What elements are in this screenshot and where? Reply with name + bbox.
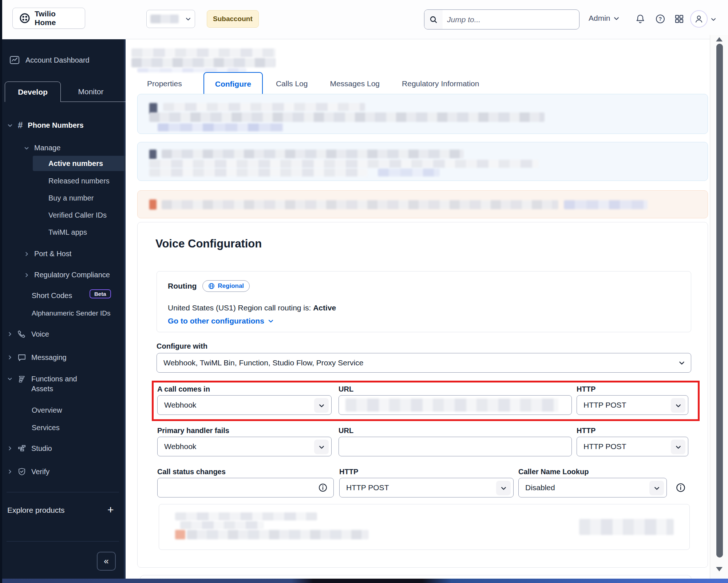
sidebar-item-overview[interactable]: Overview [32, 406, 62, 415]
sidebar-item-phone-numbers[interactable]: # Phone Numbers [7, 120, 84, 130]
sidebar-item-messaging[interactable]: Messaging [7, 353, 67, 362]
redacted-page-title [131, 48, 276, 57]
regional-badge[interactable]: Regional [202, 280, 250, 292]
sidebar-item-functions-assets[interactable]: Functions and Assets [7, 374, 90, 394]
tab-properties[interactable]: Properties [146, 79, 183, 88]
page-tabs: Properties Configure Calls Log Messages … [146, 72, 500, 95]
regulatory-compliance-label: Regulatory Compliance [34, 271, 110, 279]
a-call-comes-in-select[interactable]: Webhook [157, 395, 332, 415]
sidebar-item-voice[interactable]: Voice [7, 330, 49, 338]
sidebar-item-alphanumeric-sender-ids[interactable]: Alphanumeric Sender IDs [32, 309, 111, 317]
sidebar-item-buy-a-number[interactable]: Buy a number [48, 194, 94, 202]
chevron-right-icon [24, 273, 29, 278]
scrollbar-thumb[interactable] [716, 44, 723, 558]
scrollbar[interactable] [710, 35, 728, 583]
sidebar-item-verified-caller-ids[interactable]: Verified Caller IDs [48, 211, 107, 219]
redacted-account-name [150, 15, 179, 23]
info-banner [137, 142, 708, 181]
messaging-label: Messaging [31, 353, 67, 362]
call-status-changes-input[interactable] [157, 478, 334, 497]
a-call-comes-in-url-input[interactable] [339, 395, 572, 415]
go-to-other-configurations-link[interactable]: Go to other configurations [168, 317, 274, 325]
chevron-down-icon [649, 481, 664, 495]
sidebar-divider [7, 541, 119, 542]
chat-bubble-icon [17, 353, 26, 362]
redacted-text [180, 521, 264, 529]
info-icon[interactable] [318, 483, 328, 492]
routing-status-value: Active [313, 304, 336, 312]
admin-menu[interactable]: Admin [589, 14, 620, 23]
sidebar-item-verify[interactable]: Verify [7, 467, 50, 476]
caller-name-lookup-label: Caller Name Lookup [518, 468, 589, 476]
help-icon[interactable]: ? [655, 14, 665, 25]
tab-regulatory-information[interactable]: Regulatory Information [401, 79, 480, 88]
sidebar-item-short-codes[interactable]: Short Codes [32, 292, 72, 300]
chevron-down-icon [671, 398, 685, 413]
redacted-url-value [345, 398, 558, 412]
redacted-banner-text [162, 200, 558, 209]
warning-icon [149, 199, 157, 210]
main-content: Properties Configure Calls Log Messages … [126, 39, 710, 583]
tab-messages-log[interactable]: Messages Log [329, 79, 380, 88]
info-banner [137, 94, 708, 134]
primary-handler-fails-http-select[interactable]: HTTP POST [577, 437, 688, 456]
search-input[interactable] [443, 10, 579, 29]
verify-label: Verify [31, 468, 50, 476]
redacted-banner-text [163, 103, 365, 111]
primary-handler-fails-select[interactable]: Webhook [157, 437, 332, 456]
collapse-sidebar-button[interactable]: « [97, 552, 116, 571]
sidebar-item-studio[interactable]: Studio [7, 444, 52, 453]
scroll-down-arrow[interactable] [716, 567, 723, 571]
chevron-down-icon [7, 376, 12, 381]
caller-name-lookup-select[interactable]: Disabled [518, 478, 667, 497]
plus-icon[interactable]: + [107, 504, 114, 516]
twilio-home-button[interactable]: Twilio Home [12, 8, 85, 29]
configure-with-select[interactable]: Webhook, TwiML Bin, Function, Studio Flo… [157, 353, 691, 373]
tab-monitor[interactable]: Monitor [61, 82, 121, 102]
tab-develop[interactable]: Develop [5, 82, 61, 102]
sidebar-item-released-numbers[interactable]: Released numbers [48, 177, 110, 185]
user-avatar-icon[interactable] [690, 10, 708, 28]
chevron-down-icon [314, 440, 329, 454]
explore-products-label[interactable]: Explore products [7, 506, 65, 515]
tab-configure[interactable]: Configure [203, 72, 263, 95]
apps-grid-icon[interactable] [674, 14, 684, 25]
call-status-changes-http-select[interactable]: HTTP POST [339, 478, 514, 497]
regional-badge-label: Regional [218, 282, 244, 290]
twilio-console: Twilio Home Subaccount Admin ? [0, 0, 728, 583]
info-icon[interactable] [676, 483, 686, 494]
jump-to-search[interactable] [424, 9, 579, 29]
a-call-comes-in-label: A call comes in [157, 385, 210, 393]
account-selector[interactable] [146, 10, 195, 28]
sidebar-item-active-numbers[interactable]: Active numbers [33, 156, 126, 171]
primary-handler-fails-url-input[interactable] [339, 437, 572, 456]
info-icon [149, 150, 157, 159]
chevron-right-icon [7, 332, 12, 337]
chevron-right-icon [7, 446, 12, 451]
taskbar-edge [0, 579, 728, 583]
sidebar-item-twiml-apps[interactable]: TwiML apps [48, 228, 87, 237]
sidebar-item-regulatory-compliance[interactable]: Regulatory Compliance [24, 271, 110, 279]
redacted-banner-text [149, 112, 545, 122]
chevron-down-icon [7, 123, 13, 128]
sidebar-item-account-dashboard[interactable]: Account Dashboard [9, 55, 90, 65]
chevron-down-icon [613, 15, 620, 21]
top-bar: Twilio Home Subaccount Admin ? [0, 0, 728, 39]
notifications-bell-icon[interactable] [635, 14, 645, 25]
tab-calls-log[interactable]: Calls Log [275, 79, 309, 88]
redacted-button[interactable] [579, 519, 674, 535]
sidebar-item-manage[interactable]: Manage [24, 144, 60, 152]
select-value: HTTP POST [583, 401, 626, 409]
scroll-up-arrow[interactable] [716, 37, 723, 41]
chevron-down-icon[interactable] [711, 16, 716, 24]
redacted-warning-chip [175, 530, 185, 539]
a-call-comes-in-http-select[interactable]: HTTP POST [577, 395, 688, 415]
configure-with-label: Configure with [157, 342, 207, 350]
sidebar-item-port-host[interactable]: Port & Host [24, 250, 71, 258]
phone-numbers-label: Phone Numbers [28, 121, 83, 130]
redacted-page-title [131, 58, 276, 67]
http-label: HTTP [339, 468, 358, 476]
sidebar-item-services[interactable]: Services [32, 424, 60, 432]
redacted-banner-text [162, 150, 464, 158]
tab-underline [61, 102, 126, 102]
